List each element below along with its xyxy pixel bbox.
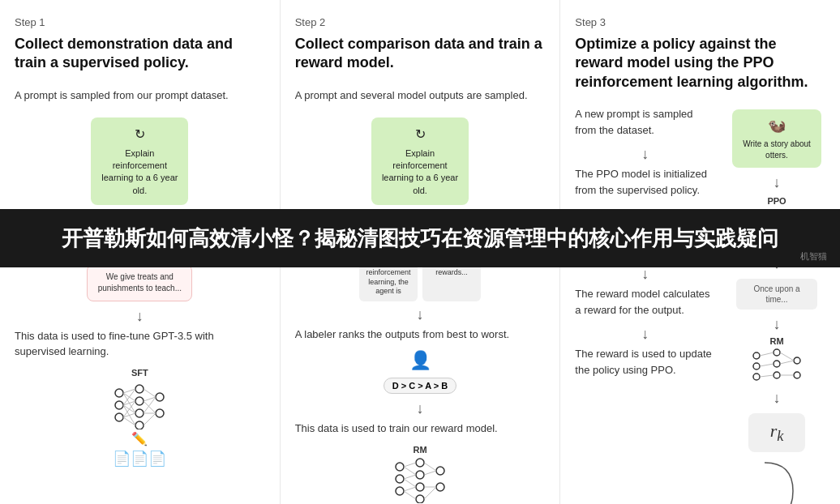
rm-box-col2: RM <box>295 445 546 504</box>
svg-line-41 <box>424 471 436 475</box>
step3-title: Optimize a policy against the reward mod… <box>575 35 825 92</box>
svg-line-37 <box>404 479 416 487</box>
svg-line-35 <box>404 467 416 475</box>
overlay-watermark: 机智猫 <box>800 250 827 263</box>
overlay-title: 开普勒斯如何高效清小怪？揭秘清图技巧在资源管理中的核心作用与实践疑问 <box>24 224 816 253</box>
svg-point-69 <box>794 357 800 364</box>
arrow2: ↓ <box>15 308 265 325</box>
step3-desc2: The PPO model is initialized from the su… <box>575 166 715 198</box>
svg-point-65 <box>753 374 760 380</box>
rm-label-col3: RM <box>769 336 783 346</box>
arrow4: ↓ <box>295 306 546 323</box>
svg-line-36 <box>404 475 416 479</box>
arrow5: ↓ <box>295 400 546 417</box>
person-icon2: 👤 <box>295 350 546 371</box>
svg-point-28 <box>416 459 424 467</box>
svg-point-3 <box>135 385 144 393</box>
svg-line-75 <box>780 361 794 364</box>
docs-icons: 📄📄📄 <box>15 450 265 468</box>
step1-prompt-box: ↻ Explain reinforcement learning to a 6 … <box>91 117 188 205</box>
rm-label-col2: RM <box>295 445 546 455</box>
recycle-icon2: ↻ <box>381 126 459 143</box>
svg-point-6 <box>135 421 144 429</box>
arrow13: ↓ <box>774 390 781 407</box>
step2-prompt-text: Explain reinforcement learning to a 6 ye… <box>382 148 458 195</box>
svg-line-34 <box>404 463 416 467</box>
step3-desc4: The reward model calculates a reward for… <box>575 286 715 318</box>
step2-title: Collect comparison data and train a rewa… <box>295 35 546 73</box>
svg-point-30 <box>416 483 424 491</box>
svg-line-22 <box>144 397 156 413</box>
step2-prompt-box: ↻ Explain reinforcement learning to a 6 … <box>371 117 469 205</box>
svg-point-29 <box>416 471 424 479</box>
arrow10: ↓ <box>774 174 781 191</box>
arrow12: ↓ <box>774 316 781 333</box>
svg-line-39 <box>404 491 416 499</box>
recycle-icon1: ↻ <box>101 126 178 143</box>
svg-point-68 <box>774 372 780 378</box>
svg-line-24 <box>144 413 156 425</box>
svg-point-27 <box>396 487 404 495</box>
svg-point-31 <box>416 495 424 503</box>
svg-point-63 <box>753 352 760 359</box>
labeler-box: We give treats and punishments to teach.… <box>87 264 192 301</box>
story-output-text: Once upon a time... <box>753 284 799 304</box>
step2-desc1: A prompt and several model outputs are s… <box>295 88 546 104</box>
svg-line-21 <box>144 401 156 413</box>
svg-line-43 <box>424 487 436 499</box>
story-output-box: Once upon a time... <box>736 279 817 310</box>
step1-prompt-text: Explain reinforcement learning to a 6 ye… <box>101 148 178 195</box>
svg-point-32 <box>436 467 444 475</box>
otter-icon: 🦦 <box>740 116 813 136</box>
ppo-label: PPO <box>767 196 786 206</box>
curved-return-arrow <box>756 459 797 504</box>
arrow9: ↓ <box>575 326 715 343</box>
overlay-banner: 开普勒斯如何高效清小怪？揭秘清图技巧在资源管理中的核心作用与实践疑问 机智猫 <box>0 209 840 267</box>
step1-title: Collect demonstration data and train a s… <box>15 35 265 73</box>
svg-point-0 <box>115 389 123 397</box>
labeler-text: We give treats and punishments to teach.… <box>98 272 182 293</box>
rk-text: rk <box>770 421 784 445</box>
svg-point-25 <box>396 463 404 471</box>
story-prompt-box: 🦦 Write a story about otters. <box>732 109 821 168</box>
step3-desc5: The reward is used to update the policy … <box>575 346 715 378</box>
svg-line-38 <box>404 487 416 491</box>
step2-desc2: A labeler ranks the outputs from best to… <box>295 327 546 343</box>
svg-point-64 <box>753 363 760 369</box>
svg-point-7 <box>156 393 164 401</box>
neural-net-svg <box>111 381 168 429</box>
svg-point-5 <box>135 409 144 417</box>
svg-point-26 <box>396 475 404 483</box>
svg-line-40 <box>424 463 436 471</box>
sft-label: SFT <box>15 368 265 378</box>
step2-desc3: This data is used to train our reward mo… <box>295 421 546 437</box>
svg-point-70 <box>794 372 800 378</box>
step3-desc1: A new prompt is sampled from the dataset… <box>575 106 715 138</box>
story-prompt-text: Write a story about otters. <box>743 139 811 160</box>
svg-point-33 <box>436 483 444 491</box>
rk-box: rk <box>748 413 805 452</box>
step3-label: Step 3 <box>575 16 825 28</box>
svg-point-66 <box>774 349 780 356</box>
svg-line-73 <box>760 375 774 377</box>
step2-label: Step 2 <box>295 16 546 28</box>
step1-desc3: This data is used to fine-tune GPT-3.5 w… <box>15 328 265 360</box>
svg-line-72 <box>760 364 774 366</box>
pencil-icon: ✏️ <box>15 431 265 446</box>
svg-line-71 <box>760 352 774 356</box>
step1-label: Step 1 <box>15 16 265 28</box>
rm-neural-net2 <box>748 346 805 387</box>
svg-point-4 <box>135 397 144 405</box>
arrow6: ↓ <box>575 146 715 163</box>
svg-line-18 <box>123 417 135 425</box>
ranking-badge: D > C > A > B <box>384 378 457 394</box>
sft-container: SFT <box>15 368 265 468</box>
svg-point-1 <box>115 401 123 409</box>
svg-line-74 <box>780 352 794 361</box>
svg-point-67 <box>774 361 780 367</box>
step1-desc1: A prompt is sampled from our prompt data… <box>15 88 265 104</box>
svg-point-2 <box>115 413 123 421</box>
svg-point-8 <box>156 409 164 417</box>
rm-neural-net <box>392 455 448 503</box>
arrow8: ↓ <box>575 266 715 283</box>
